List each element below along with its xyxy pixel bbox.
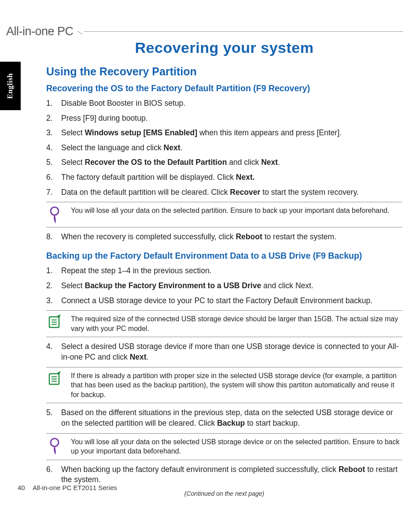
language-label: English	[5, 73, 15, 99]
footer-model: All-in-one PC ET2011 Series	[33, 484, 117, 491]
subsection-heading-backup: Backing up the Factory Default Environme…	[46, 250, 402, 261]
list-item: Connect a USB storage device to your PC …	[46, 296, 402, 306]
list-item: Select Windows setup [EMS Enabled] when …	[46, 128, 402, 138]
recovery-steps-list: Disable Boot Booster in BIOS setup. Pres…	[46, 98, 402, 197]
notepad-icon	[46, 313, 64, 329]
list-item: Disable Boot Booster in BIOS setup.	[46, 98, 402, 109]
backup-steps-list-1: Repeat the step 1–4 in the previous sect…	[46, 266, 402, 306]
page-content: Recovering your system Using the Recover…	[46, 35, 402, 498]
svg-point-9	[51, 438, 59, 446]
info-note: If there is already a partition with pro…	[46, 367, 402, 404]
note-text: If there is already a partition with pro…	[71, 370, 402, 401]
backup-steps-list-4: When backing up the factory default envi…	[46, 464, 402, 485]
backup-steps-list-3: Based on the different situations in the…	[46, 408, 402, 428]
list-item: Repeat the step 1–4 in the previous sect…	[46, 266, 402, 276]
note-text: You will lose all your data on the selec…	[71, 436, 402, 457]
page-number: 40	[18, 484, 25, 491]
list-item: The factory default partition will be di…	[46, 172, 402, 183]
section-heading: Using the Recovery Partition	[46, 64, 402, 79]
language-tab: English	[0, 62, 21, 110]
header-divider-line	[84, 31, 403, 32]
page-footer: 40 All-in-one PC ET2011 Series	[18, 483, 117, 492]
list-item: Press [F9] during bootup.	[46, 113, 402, 124]
list-item: Data on the default partition will be cl…	[46, 187, 402, 198]
list-item: When backing up the factory default envi…	[46, 464, 402, 485]
list-item: Select Backup the Factory Environment to…	[46, 281, 402, 291]
note-text: The required size of the connected USB s…	[71, 313, 402, 334]
notepad-icon	[46, 370, 64, 386]
warning-note: You will lose all your data on the selec…	[46, 433, 402, 460]
note-text: You will lose all your data on the selec…	[71, 205, 391, 216]
subsection-heading-recovery: Recovering the OS to the Factory Default…	[46, 83, 402, 94]
list-item: Select Recover the OS to the Default Par…	[46, 157, 402, 168]
info-note: The required size of the connected USB s…	[46, 310, 402, 337]
list-item: When the recovery is completed successfu…	[46, 232, 402, 242]
list-item: Select a desired USB storage device if m…	[46, 342, 402, 362]
svg-point-0	[51, 207, 59, 215]
recovery-steps-list-cont: When the recovery is completed successfu…	[46, 232, 402, 242]
magnifier-icon	[46, 205, 64, 224]
magnifier-icon	[46, 436, 64, 456]
list-item: Based on the different situations in the…	[46, 408, 402, 428]
list-item: Select the language and click Next.	[46, 143, 402, 153]
warning-note: You will lose all your data on the selec…	[46, 202, 402, 227]
backup-steps-list-2: Select a desired USB storage device if m…	[46, 342, 402, 362]
page-title: Recovering your system	[46, 38, 402, 58]
